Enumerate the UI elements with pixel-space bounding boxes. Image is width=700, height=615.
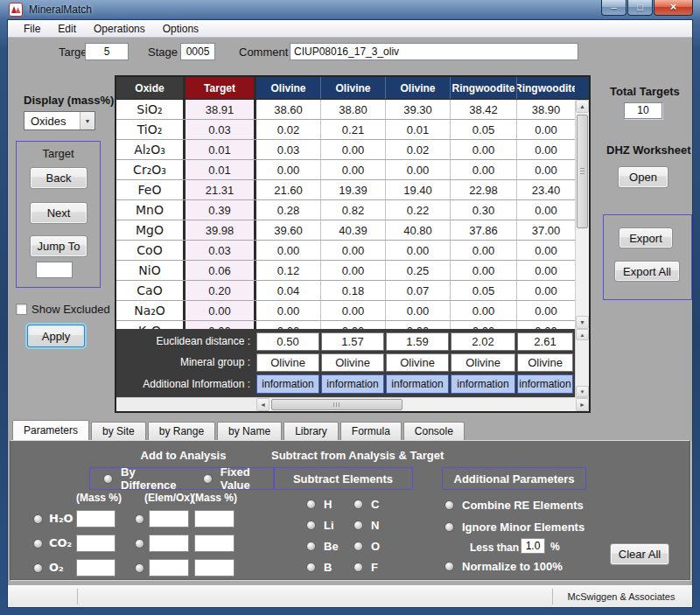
mineral-value-cell: 0.00 (517, 301, 575, 320)
mass-pct-input[interactable] (76, 510, 116, 528)
add-compound-radio[interactable] (33, 563, 43, 573)
mass-pct-input[interactable] (76, 559, 116, 577)
tab[interactable]: by Name (217, 422, 282, 440)
clear-all-button[interactable]: Clear All (610, 543, 669, 565)
footer-mini-scrollbar[interactable]: ▲ ▼ (575, 329, 589, 397)
mass-pct-input-2[interactable] (194, 559, 234, 577)
subtract-element-option: C (354, 493, 380, 514)
menu-item[interactable]: File (15, 21, 49, 37)
ignore-minor-option: Ignore Minor Elements (444, 521, 584, 534)
title-bar[interactable]: MineralMatch – □ × (0, 0, 700, 19)
scroll-right-icon[interactable]: ► (576, 398, 589, 411)
table-row: Na₂O 0.00 0.00 0.00 0.00 0.00 0.00 (116, 301, 575, 321)
export-button[interactable]: Export (619, 227, 673, 248)
mass-pct-input-2[interactable] (194, 535, 234, 552)
table-horizontal-scrollbar[interactable]: ◄ ► (116, 397, 589, 411)
mineral-value-cell: 0.00 (517, 160, 575, 179)
target-value-cell: 39.98 (186, 220, 256, 240)
minimize-icon[interactable]: – (601, 0, 626, 16)
mineral-value-cell: 0.00 (517, 321, 575, 329)
open-button[interactable]: Open (618, 166, 668, 188)
app-window: MineralMatch – □ × File Edit Operations … (0, 0, 700, 615)
tab[interactable]: Parameters (12, 420, 89, 440)
mineral-value-cell: 0.00 (386, 301, 451, 320)
fixed-value-radio[interactable] (203, 474, 213, 484)
elem-ox-input[interactable] (149, 535, 189, 552)
scroll-down-icon[interactable]: ▼ (576, 386, 589, 397)
element-radio[interactable] (306, 563, 316, 572)
tab[interactable]: by Range (148, 422, 215, 440)
menu-item[interactable]: Operations (85, 21, 154, 37)
mineral-value-cell: 0.02 (386, 140, 451, 159)
mass-pct-header: (Mass %) (76, 492, 116, 504)
status-company: McSwiggen & Associates (552, 586, 690, 607)
add-elem-ox-radio[interactable] (135, 539, 144, 549)
tab[interactable]: Formula (340, 422, 402, 440)
element-radio[interactable] (354, 521, 363, 530)
scroll-up-icon[interactable]: ▲ (576, 329, 589, 340)
element-radio[interactable] (354, 563, 363, 572)
euclidean-distance-cell: 0.50 (256, 332, 319, 351)
mass-pct-input-2[interactable] (194, 510, 234, 528)
element-radio[interactable] (306, 521, 316, 530)
element-radio[interactable] (306, 542, 316, 551)
jump-to-input[interactable] (36, 262, 73, 278)
less-than-input[interactable] (521, 538, 545, 554)
close-icon[interactable]: × (654, 0, 693, 16)
scroll-up-icon[interactable]: ▲ (576, 100, 589, 113)
dhz-worksheet-label: DHZ Worksheet (606, 143, 691, 157)
total-targets-value: 10 (624, 102, 662, 119)
export-all-button[interactable]: Export All (614, 261, 680, 282)
mineral-value-cell: 0.00 (451, 160, 517, 179)
information-button[interactable]: information (451, 374, 515, 394)
target-value-cell: 0.03 (186, 241, 256, 260)
mineral-column-header: Ringwoodite (517, 77, 575, 99)
menu-item[interactable]: Options (154, 21, 207, 37)
menu-item[interactable]: Edit (49, 21, 85, 37)
display-dropdown[interactable]: Oxides ▼ (24, 111, 95, 130)
element-radio[interactable] (354, 542, 363, 551)
tab[interactable]: Library (284, 422, 339, 440)
tab[interactable]: by Site (91, 422, 146, 440)
jump-to-button[interactable]: Jump To (30, 235, 88, 257)
ignore-minor-radio[interactable] (444, 522, 454, 532)
mineral-value-cell: 38.60 (256, 100, 321, 119)
comment-input[interactable] (290, 43, 578, 60)
mineral-value-cell: 0.03 (256, 140, 321, 159)
scroll-left-icon[interactable]: ◄ (256, 398, 270, 411)
mineral-value-cell: 19.39 (321, 180, 386, 199)
elem-ox-input[interactable] (149, 559, 189, 577)
show-excluded-checkbox[interactable] (16, 304, 27, 315)
information-button[interactable]: information (386, 374, 449, 394)
information-button[interactable]: information (321, 374, 384, 394)
information-button[interactable]: information (256, 374, 319, 394)
by-difference-radio[interactable] (103, 474, 113, 484)
target-input[interactable] (85, 43, 129, 60)
add-elem-ox-radio[interactable] (135, 514, 144, 524)
target-value-cell: 0.00 (186, 301, 256, 320)
add-compound-radio[interactable] (33, 539, 43, 549)
scroll-down-icon[interactable]: ▼ (576, 316, 589, 329)
maximize-icon[interactable]: □ (627, 0, 653, 16)
tab[interactable]: Console (403, 422, 465, 440)
normalize-radio[interactable] (444, 562, 454, 571)
next-button[interactable]: Next (30, 202, 88, 224)
table-vertical-scrollbar[interactable]: ▲ ▼ (575, 100, 589, 329)
element-radio[interactable] (306, 500, 316, 509)
element-label: Li (324, 519, 334, 532)
element-radio[interactable] (354, 500, 363, 509)
vertical-scroll-thumb[interactable] (577, 115, 588, 228)
back-button[interactable]: Back (30, 167, 88, 189)
elem-ox-input[interactable] (149, 510, 189, 528)
information-button[interactable]: information (517, 374, 573, 394)
mineral-value-cell: 0.22 (386, 200, 451, 220)
menu-bar: File Edit Operations Options (8, 20, 692, 38)
horizontal-scroll-thumb[interactable] (271, 399, 402, 410)
apply-button[interactable]: Apply (27, 325, 85, 347)
stage-input[interactable] (180, 43, 215, 60)
table-row: SiO₂ 38.91 38.60 38.80 39.30 38.42 38.90 (116, 100, 575, 120)
add-compound-radio[interactable] (33, 514, 43, 524)
add-elem-ox-radio[interactable] (135, 563, 144, 573)
mass-pct-input[interactable] (76, 535, 116, 552)
combine-re-radio[interactable] (444, 500, 454, 510)
